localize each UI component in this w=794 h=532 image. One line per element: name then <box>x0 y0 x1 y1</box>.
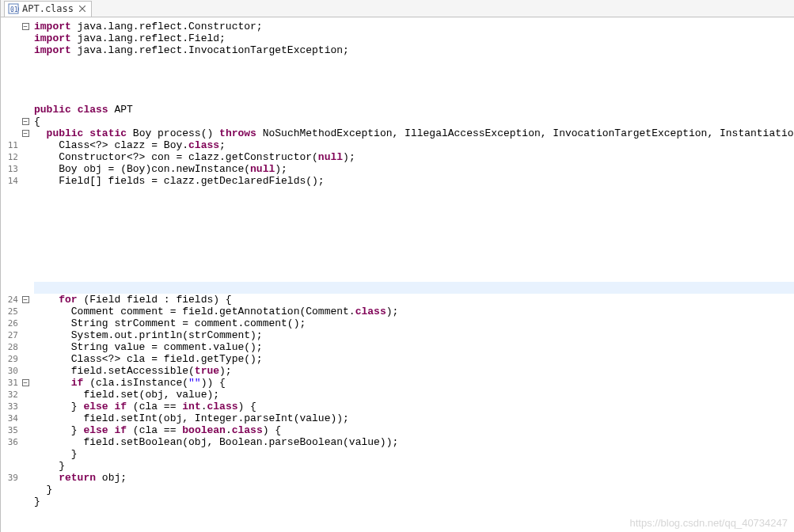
code-text[interactable]: Class<?> cla = field.getType(); <box>34 353 263 365</box>
code-text[interactable]: } <box>34 484 52 496</box>
gutter-line: 14 <box>1 175 32 187</box>
code-text[interactable]: Field[] fields = clazz.getDeclaredFields… <box>34 175 325 187</box>
gutter: −−−1112131424−25262728293031−32333435363… <box>1 17 32 532</box>
code-line[interactable]: field.setAccessible(true); <box>34 365 794 377</box>
line-number: 36 <box>4 437 18 447</box>
code-text[interactable]: String strComment = comment.comment(); <box>34 317 306 329</box>
gutter-line <box>1 496 32 507</box>
code-text[interactable]: for (Field field : fields) { <box>34 294 232 306</box>
fold-minus-icon[interactable]: − <box>22 118 29 125</box>
code-text[interactable]: import java.lang.reflect.Field; <box>34 32 226 44</box>
line-number: 28 <box>4 342 18 352</box>
code-text[interactable]: } <box>34 496 40 507</box>
code-line[interactable]: } <box>34 484 794 496</box>
code-line[interactable] <box>34 80 794 92</box>
code-line[interactable]: Class<?> cla = field.getType(); <box>34 353 794 365</box>
gutter-line: − <box>1 21 32 32</box>
fold-column[interactable]: − <box>18 118 32 125</box>
code-line[interactable]: field.setBoolean(obj, Boolean.parseBoole… <box>34 436 794 448</box>
gutter-line <box>1 222 32 234</box>
code-text[interactable]: field.setAccessible(true); <box>34 365 232 377</box>
code-line[interactable]: Comment comment = field.getAnnotation(Co… <box>34 306 794 317</box>
fold-column[interactable]: − <box>18 130 32 137</box>
code-line[interactable] <box>34 187 794 199</box>
code-text[interactable]: field.setBoolean(obj, Boolean.parseBoole… <box>34 436 398 448</box>
code-text[interactable]: Comment comment = field.getAnnotation(Co… <box>34 306 398 317</box>
gutter-line: 27 <box>1 329 32 341</box>
code-line[interactable]: String strComment = comment.comment(); <box>34 317 794 329</box>
code-text[interactable]: field.setInt(obj, Integer.parseInt(value… <box>34 412 349 424</box>
code-line[interactable]: if (cla.isInstance("")) { <box>34 377 794 389</box>
code-text[interactable]: } <box>34 460 65 472</box>
code-line[interactable]: import java.lang.reflect.Constructor; <box>34 21 794 32</box>
code-line[interactable]: field.setInt(obj, Integer.parseInt(value… <box>34 412 794 424</box>
code-line[interactable]: } <box>34 460 794 472</box>
code-line[interactable]: public class APT <box>34 104 794 116</box>
tab-apt-class[interactable]: 010 APT.class <box>4 1 92 17</box>
code-text[interactable]: Constructor<?> con = clazz.getConstructo… <box>34 151 355 163</box>
gutter-line: 24− <box>1 294 32 306</box>
code-text[interactable]: field.set(obj, value); <box>34 389 219 401</box>
gutter-line: 31− <box>1 377 32 389</box>
fold-minus-icon[interactable]: − <box>22 130 29 137</box>
code-line[interactable] <box>34 270 794 282</box>
code-line[interactable] <box>34 246 794 258</box>
code-text[interactable]: System.out.println(strComment); <box>34 329 263 341</box>
code-line[interactable]: System.out.println(strComment); <box>34 329 794 341</box>
code-text[interactable]: Class<?> clazz = Boy.class; <box>34 139 226 151</box>
code-line[interactable]: } else if (cla == boolean.class) { <box>34 424 794 436</box>
code-text[interactable]: import java.lang.reflect.Constructor; <box>34 21 263 32</box>
fold-column[interactable]: − <box>18 379 32 386</box>
code-line[interactable]: } <box>34 448 794 460</box>
code-text[interactable]: if (cla.isInstance("")) { <box>34 377 226 389</box>
code-line[interactable]: { <box>34 116 794 127</box>
code-text[interactable]: } else if (cla == boolean.class) { <box>34 424 281 436</box>
code-text[interactable]: { <box>34 116 40 127</box>
code-line[interactable] <box>34 56 794 68</box>
gutter-line <box>1 282 32 294</box>
code-line[interactable]: public static Boy process() throws NoSuc… <box>34 127 794 139</box>
code-line[interactable] <box>34 92 794 104</box>
code-text[interactable]: public class APT <box>34 104 133 116</box>
fold-minus-icon[interactable]: − <box>22 296 29 303</box>
code-line[interactable] <box>34 68 794 80</box>
close-icon[interactable] <box>78 5 86 13</box>
code-line[interactable] <box>34 199 794 211</box>
line-number: 25 <box>4 306 18 317</box>
code-line[interactable]: import java.lang.reflect.Field; <box>34 32 794 44</box>
gutter-line: 30 <box>1 365 32 377</box>
gutter-line: 29 <box>1 353 32 365</box>
code-line[interactable]: Boy obj = (Boy)con.newInstance(null); <box>34 163 794 175</box>
code-text[interactable]: import java.lang.reflect.InvocationTarge… <box>34 44 349 56</box>
code-text[interactable]: } else if (cla == int.class) { <box>34 401 256 412</box>
code-line[interactable] <box>34 258 794 270</box>
code-line[interactable] <box>34 282 794 294</box>
code-line[interactable]: import java.lang.reflect.InvocationTarge… <box>34 44 794 56</box>
code-line[interactable] <box>34 234 794 246</box>
code-line[interactable]: Constructor<?> con = clazz.getConstructo… <box>34 151 794 163</box>
code-line[interactable]: String value = comment.value(); <box>34 341 794 353</box>
code-text[interactable]: } <box>34 448 78 460</box>
line-number: 13 <box>4 164 18 174</box>
code-line[interactable]: field.set(obj, value); <box>34 389 794 401</box>
code-area[interactable]: import java.lang.reflect.Constructor;imp… <box>32 17 794 532</box>
fold-minus-icon[interactable]: − <box>22 23 29 30</box>
code-line[interactable] <box>34 222 794 234</box>
code-text[interactable]: public static Boy process() throws NoSuc… <box>34 127 794 139</box>
fold-column[interactable]: − <box>18 296 32 303</box>
code-text[interactable]: String value = comment.value(); <box>34 341 263 353</box>
code-line[interactable]: Class<?> clazz = Boy.class; <box>34 139 794 151</box>
line-number: 24 <box>4 294 18 305</box>
code-line[interactable]: for (Field field : fields) { <box>34 294 794 306</box>
code-line[interactable]: return obj; <box>34 472 794 484</box>
fold-column[interactable]: − <box>18 23 32 30</box>
gutter-line <box>1 258 32 270</box>
code-text[interactable]: Boy obj = (Boy)con.newInstance(null); <box>34 163 287 175</box>
code-text[interactable]: return obj; <box>34 472 127 484</box>
fold-minus-icon[interactable]: − <box>22 379 29 386</box>
code-editor[interactable]: −−−1112131424−25262728293031−32333435363… <box>1 17 794 532</box>
code-line[interactable]: } else if (cla == int.class) { <box>34 401 794 412</box>
code-line[interactable] <box>34 211 794 222</box>
code-line[interactable]: Field[] fields = clazz.getDeclaredFields… <box>34 175 794 187</box>
code-line[interactable]: } <box>34 496 794 507</box>
